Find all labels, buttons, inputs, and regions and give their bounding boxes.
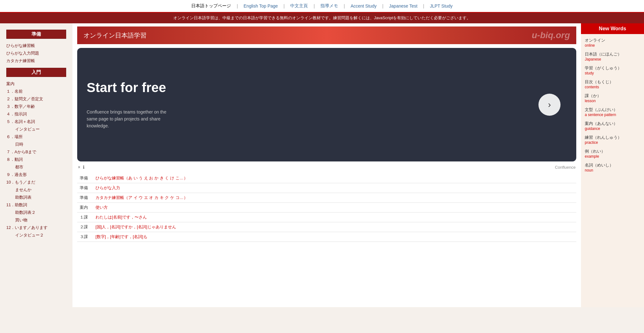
info-bar-text: オンライン日本語学習は、中級までの日本語が学習できる無料のオンライン教材です。練… <box>173 15 471 20</box>
table-cell-link[interactable]: カタカナ練習帳（ア イ ウ エ オ カ キ ク ケ コ…） <box>95 195 188 200</box>
table-cell-link[interactable]: [国]人，[名詞]ですか，[名詞]じゃありません <box>95 225 176 229</box>
word-entry-8: 例（れい） example <box>581 147 644 161</box>
sidebar-datetime[interactable]: 日時 <box>0 141 72 148</box>
word-entry-7: 練習（れんしゅう） practice <box>581 133 644 147</box>
word-jp: 案内（あんない） <box>585 121 640 126</box>
nav-japanese-top[interactable]: 日本語トップページ <box>186 2 237 10</box>
word-jp: 名詞（めいし） <box>585 162 640 168</box>
table-cell-label: ２課 <box>77 222 93 232</box>
ad-info-button[interactable]: ℹ <box>83 165 84 170</box>
word-en: study <box>585 71 640 75</box>
table-cell-link[interactable]: わたしは[名前]です，〜さん <box>95 215 147 219</box>
sidebar-lesson2[interactable]: ２．疑問文／否定文 <box>0 95 72 103</box>
nav-guidance-memo[interactable]: 指導メモ <box>315 2 344 10</box>
word-entry-9: 名詞（めいし） noun <box>581 161 644 174</box>
word-jp: 学習（がくしゅう） <box>585 65 640 71</box>
sidebar-katakana-notebook[interactable]: カタカナ練習帳 <box>0 57 72 65</box>
word-en: Japanese <box>585 57 640 61</box>
table-row: 準備 ひらがな練習帳（あ い う え お か き く け こ…） <box>77 173 576 183</box>
table-row: 案内 使い方 <box>77 203 576 213</box>
word-jp: 例（れい） <box>585 149 640 154</box>
nav-accent-study[interactable]: Accent Study <box>345 2 382 10</box>
site-banner: オンライン日本語学習 u-biq.org <box>77 26 576 44</box>
word-en: guidance <box>585 126 640 131</box>
word-en: example <box>585 154 640 159</box>
sidebar-lesson7[interactable]: ７．AからBまで <box>0 148 72 156</box>
table-cell-label: 準備 <box>77 183 93 193</box>
word-entry-2: 学習（がくしゅう） study <box>581 63 644 77</box>
word-jp: オンライン <box>585 38 640 43</box>
ad-close-button[interactable]: × <box>78 165 80 170</box>
table-cell-label: １課 <box>77 213 93 222</box>
sidebar-lesson6[interactable]: ６．場所 <box>0 133 72 141</box>
word-jp: 文型（ぶんけい） <box>585 107 640 113</box>
nav-jlpt-study[interactable]: JLPT Study <box>424 2 458 10</box>
table-row: 準備 ひらがな入力 <box>77 183 576 193</box>
sidebar-city[interactable]: 都市 <box>0 163 72 171</box>
word-entry-1: 日本語（にほんご） Japanese <box>581 50 644 63</box>
nav-japanese-test[interactable]: Japanese Test <box>383 2 423 10</box>
table-cell-label: ３課 <box>77 232 93 242</box>
sidebar-josushi-table2[interactable]: 助数詞表２ <box>0 209 72 216</box>
sidebar-lesson3[interactable]: ３．数字／年齢 <box>0 103 72 110</box>
ad-controls: × ℹ <box>78 165 84 170</box>
sidebar-hiragana-input[interactable]: ひらがな入力問題 <box>0 50 72 57</box>
word-en: a sentence pattern <box>585 113 640 117</box>
word-en: online <box>585 43 640 48</box>
sidebar-shopping[interactable]: 買い物 <box>0 216 72 224</box>
table-row: １課 わたしは[名前]です，〜さん <box>77 213 576 222</box>
sidebar-interview[interactable]: インタビュー <box>0 126 72 133</box>
ad-headline: Start for free <box>87 80 538 96</box>
sidebar-hiragana-notebook[interactable]: ひらがな練習帳 <box>0 42 72 50</box>
sidebar-masenka[interactable]: ませんか <box>0 186 72 194</box>
sidebar-lesson9[interactable]: ９．過去形 <box>0 171 72 178</box>
ad-subtext: Confluence brings teams together on the … <box>87 108 175 130</box>
sidebar-annai[interactable]: 案内 <box>0 80 72 88</box>
table-cell-link[interactable]: ひらがな練習帳（あ い う え お か き く け こ…） <box>95 176 188 180</box>
nav-english-top[interactable]: English Top Page <box>238 2 284 10</box>
banner-title: オンライン日本語学習 <box>83 31 147 40</box>
sidebar-lesson8[interactable]: ８．動詞 <box>0 156 72 163</box>
new-words-title: New Words <box>581 23 644 34</box>
ad-arrow-button[interactable]: › <box>538 94 561 116</box>
sidebar-lesson10[interactable]: 10．もう／まだ <box>0 178 72 186</box>
word-jp: 日本語（にほんご） <box>585 51 640 57</box>
word-entry-3: 目次（もくじ） contents <box>581 77 644 91</box>
table-row: ３課 [数字]，[年齢]です，[名詞]も <box>77 232 576 242</box>
table-cell-label: 案内 <box>77 203 93 213</box>
table-cell-link[interactable]: ひらがな入力 <box>95 185 120 190</box>
sidebar-section-intro: 入門 <box>6 68 66 77</box>
content-area: オンライン日本語学習 u-biq.org Start for free Conf… <box>72 23 581 307</box>
table-cell-link[interactable]: 使い方 <box>95 205 108 210</box>
sidebar-lesson5[interactable]: ５．名詞＋名詞 <box>0 118 72 126</box>
table-cell-label: 準備 <box>77 193 93 203</box>
sidebar-interview2[interactable]: インタビュー２ <box>0 231 72 239</box>
sidebar-lesson12[interactable]: 12．います／あります <box>0 224 72 231</box>
ad-footer: × ℹ Confluence <box>77 165 576 170</box>
table-cell-link[interactable]: [数字]，[年齢]です，[名詞]も <box>95 234 147 239</box>
word-entry-4: 課（か） lesson <box>581 91 644 105</box>
sidebar-lesson4[interactable]: ４．指示詞 <box>0 110 72 118</box>
word-entry-5: 文型（ぶんけい） a sentence pattern <box>581 105 644 119</box>
nav-chinese-top[interactable]: 中文主頁 <box>285 2 313 10</box>
advertisement-area: Start for free Confluence brings teams t… <box>77 48 576 161</box>
word-en: practice <box>585 140 640 145</box>
word-jp: 目次（もくじ） <box>585 79 640 85</box>
word-entry-0: オンライン online <box>581 36 644 50</box>
table-cell-label: 準備 <box>77 173 93 183</box>
sidebar: 準備 ひらがな練習帳 ひらがな入力問題 カタカナ練習帳 入門 案内 １．名前 ２… <box>0 23 72 307</box>
table-row: 準備 カタカナ練習帳（ア イ ウ エ オ カ キ ク ケ コ…） <box>77 193 576 203</box>
sidebar-lesson1[interactable]: １．名前 <box>0 88 72 95</box>
right-panel: New Words オンライン online 日本語（にほんご） Japanes… <box>581 23 644 307</box>
sidebar-josushi-table[interactable]: 助数詞表 <box>0 194 72 201</box>
ad-text-area: Start for free Confluence brings teams t… <box>87 80 538 130</box>
info-bar: オンライン日本語学習は、中級までの日本語が学習できる無料のオンライン教材です。練… <box>0 13 644 23</box>
word-en: lesson <box>585 99 640 103</box>
word-jp: 課（か） <box>585 93 640 99</box>
word-jp: 練習（れんしゅう） <box>585 135 640 140</box>
sidebar-lesson11[interactable]: 11．助数詞 <box>0 201 72 209</box>
ad-brand-label: Confluence <box>555 165 576 170</box>
word-en: contents <box>585 85 640 89</box>
table-row: ２課 [国]人，[名詞]ですか，[名詞]じゃありません <box>77 222 576 232</box>
content-table: 準備 ひらがな練習帳（あ い う え お か き く け こ…） 準備 ひらがな… <box>77 173 576 242</box>
